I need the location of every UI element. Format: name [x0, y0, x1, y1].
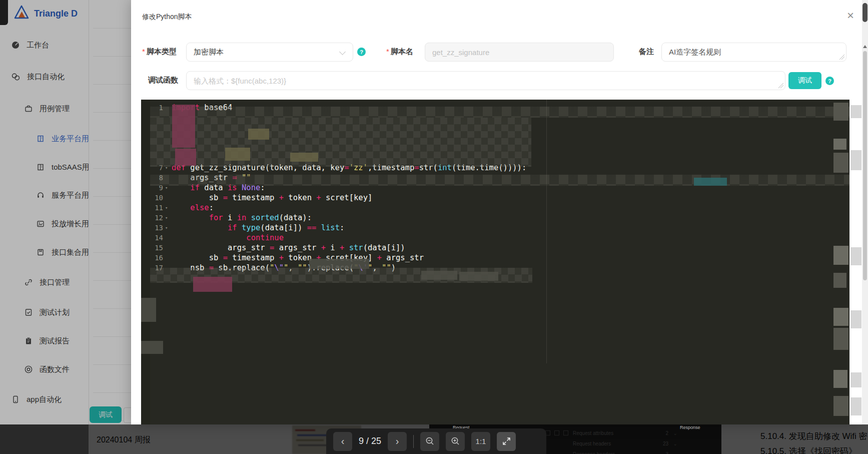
censored-region	[850, 310, 861, 328]
required-asterisk: *	[386, 47, 389, 56]
fold-arrow-icon: ▾	[165, 223, 168, 233]
code-line: 13▾ if type(data[i]) == list:	[141, 223, 849, 233]
remark-label: 备注	[639, 47, 654, 57]
modal-title: 修改Python脚本	[142, 13, 192, 22]
code-line: 11▾ else:	[141, 203, 849, 213]
required-asterisk: *	[142, 47, 145, 56]
line-number: 14	[141, 233, 163, 243]
fold-arrow-icon: ▾	[165, 203, 168, 213]
line-number: 15	[141, 243, 163, 253]
zoom-in-button[interactable]	[446, 432, 465, 451]
script-type-label: *脚本类型	[142, 47, 177, 57]
censored-region	[193, 277, 232, 292]
line-number: 13	[141, 223, 163, 233]
remark-input[interactable]	[661, 43, 846, 62]
code-line: 14 continue	[141, 233, 849, 243]
censored-region	[850, 372, 861, 387]
censored-region	[833, 308, 848, 326]
censored-region	[833, 103, 848, 121]
censored-region	[694, 178, 727, 186]
censored-region	[141, 298, 156, 322]
script-type-select[interactable]: 加密脚本	[186, 43, 353, 62]
line-number: 11	[141, 203, 163, 213]
censored-region	[150, 175, 849, 186]
line-number: 16	[141, 253, 163, 263]
modal-dialog: 修改Python脚本 × *脚本类型 加密脚本 ? *脚本名 备注 调试函数 调…	[131, 0, 862, 424]
debug-help-icon[interactable]: ?	[825, 77, 834, 85]
fold-arrow-icon: ▾	[165, 213, 168, 223]
close-icon[interactable]: ×	[842, 8, 858, 24]
code-preview-image[interactable]: 1import base647▾def get_zz_signature(tok…	[141, 100, 849, 424]
screen: Triangle D 工作台接口自动化用例管理业务平台用tobSAAS用服务平台…	[0, 0, 868, 454]
censored-region	[833, 273, 846, 288]
remark-resize-wrap	[661, 43, 846, 62]
censored-region	[150, 107, 849, 118]
code-line: 10 sb = timestamp + token + scret[key]	[141, 193, 849, 203]
scrollbar-up-arrow-icon[interactable]	[863, 45, 867, 48]
scrollbar-thumb[interactable]	[863, 51, 867, 280]
censored-region	[833, 370, 847, 388]
censored-region	[309, 259, 369, 269]
script-name-label: *脚本名	[386, 47, 413, 57]
script-type-help-icon[interactable]: ?	[357, 48, 366, 56]
censored-region	[833, 139, 846, 150]
debug-button[interactable]: 调试	[788, 72, 821, 89]
actual-size-button[interactable]: 1:1	[471, 432, 490, 451]
censored-region	[833, 153, 848, 173]
censored-region	[248, 129, 269, 140]
censored-region	[833, 328, 848, 350]
censored-region	[141, 341, 163, 354]
script-name-input[interactable]	[425, 43, 614, 62]
chevron-down-icon	[339, 49, 346, 55]
debug-function-label: 调试函数	[148, 76, 178, 85]
response-caption: Response	[680, 425, 700, 430]
censored-region	[175, 149, 196, 166]
code-line: 12▾ for i in sorted(data):	[141, 213, 849, 223]
censored-region	[172, 105, 195, 148]
page-scrollbar[interactable]	[862, 0, 868, 424]
censored-region	[421, 271, 457, 280]
corner-dark-wedge	[0, 0, 8, 25]
next-page-button[interactable]: ›	[388, 432, 407, 451]
zoom-in-icon	[451, 436, 460, 446]
modal-mask[interactable]	[0, 0, 131, 424]
fullscreen-button[interactable]	[497, 432, 516, 451]
script-type-value: 加密脚本	[194, 48, 224, 57]
censored-region	[850, 397, 861, 415]
page-indicator: 9 / 25	[359, 436, 381, 446]
debug-function-resize-wrap	[186, 71, 785, 90]
censored-region	[225, 148, 250, 161]
censored-region	[833, 396, 848, 416]
censored-region	[850, 247, 861, 265]
censored-region	[833, 246, 848, 265]
censored-region	[850, 105, 861, 118]
code-line: 15 args_str = args_str + i + str(data[i]…	[141, 243, 849, 253]
censored-region	[150, 118, 531, 167]
toolbar-divider	[413, 435, 414, 448]
zoom-out-icon	[425, 436, 435, 446]
corner-mask	[0, 424, 89, 454]
zoom-out-button[interactable]	[420, 432, 439, 451]
censored-region	[459, 272, 498, 281]
preview-toolbar: ‹ 9 / 25 › 1:1	[326, 428, 546, 454]
line-number: 12	[141, 213, 163, 223]
code-line: 16 sb = timestamp + token + scret[key] +…	[141, 253, 849, 263]
scrollbar-dark-thumb[interactable]	[862, 3, 867, 22]
prev-page-button[interactable]: ‹	[333, 432, 352, 451]
debug-function-input[interactable]	[186, 71, 785, 90]
censored-region	[850, 150, 861, 170]
line-number: 10	[141, 193, 163, 203]
censored-region	[290, 153, 318, 162]
expand-icon	[502, 436, 511, 446]
